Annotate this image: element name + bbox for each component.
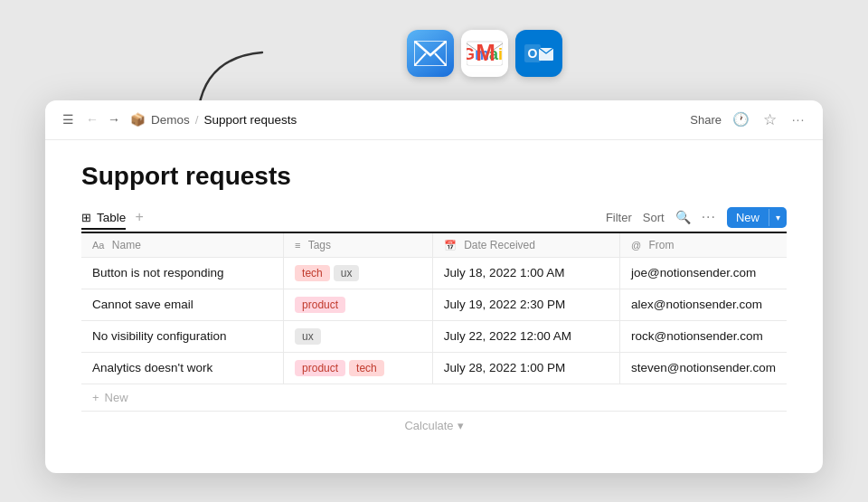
db-more-button[interactable]: ···: [702, 209, 716, 225]
new-button[interactable]: New ▾: [727, 207, 787, 228]
breadcrumb-parent[interactable]: Demos: [151, 113, 190, 127]
outlook-icon: O: [515, 30, 562, 77]
star-button[interactable]: ☆: [760, 109, 779, 129]
svg-line-1: [414, 53, 426, 66]
clock-button[interactable]: 🕐: [731, 109, 750, 129]
add-new-row-button[interactable]: + New: [81, 384, 787, 412]
menu-icon[interactable]: ☰: [60, 111, 76, 128]
cell-name: Cannot save email: [81, 289, 284, 320]
forward-button[interactable]: →: [105, 110, 123, 128]
tag-badge[interactable]: ux: [334, 265, 360, 281]
titlebar-actions: Share 🕐 ☆ ···: [690, 109, 808, 129]
tag-badge[interactable]: ux: [295, 328, 321, 345]
table-row[interactable]: Button is not respondingtechuxJuly 18, 2…: [81, 257, 787, 289]
cell-from: joe@notionsender.com: [619, 257, 787, 289]
nav-buttons: ← →: [83, 110, 123, 128]
table-row[interactable]: Cannot save emailproductJuly 19, 2022 2:…: [81, 289, 787, 320]
cell-tags: ux: [284, 320, 433, 352]
tags-col-icon: ≡: [295, 240, 300, 251]
database-actions: Filter Sort 🔍 ··· New ▾: [606, 207, 787, 228]
cell-from: rock@notionsender.com: [619, 320, 787, 352]
name-col-label: Name: [112, 239, 141, 251]
breadcrumb-emoji: 📦: [130, 112, 146, 127]
page-title: Support requests: [81, 162, 787, 191]
add-icon: +: [92, 391, 99, 404]
cell-date: July 28, 2022 1:00 PM: [432, 352, 619, 384]
titlebar: ☰ ← → 📦 Demos / Support requests Share 🕐…: [45, 100, 823, 140]
cell-tags: producttech: [284, 352, 433, 384]
cell-tags: product: [284, 289, 433, 320]
share-button[interactable]: Share: [690, 113, 722, 127]
database-table: Aa Name ≡ Tags 📅 Date Received: [81, 233, 787, 473]
cell-date: July 22, 2022 12:00 AM: [432, 320, 619, 352]
cell-from: alex@notionsender.com: [619, 289, 787, 320]
tag-badge[interactable]: product: [295, 360, 345, 376]
cell-tags: techux: [284, 257, 433, 289]
tag-badge[interactable]: tech: [295, 265, 330, 281]
table-icon: ⊞: [81, 211, 91, 224]
column-header-date[interactable]: 📅 Date Received: [432, 233, 619, 258]
back-button[interactable]: ←: [83, 110, 101, 128]
from-col-icon: @: [631, 240, 641, 251]
page-content: Support requests ⊞ Table + Filter Sort 🔍…: [45, 140, 823, 473]
tag-badge[interactable]: product: [295, 297, 345, 313]
cell-date: July 18, 2022 1:00 AM: [432, 257, 619, 289]
filter-button[interactable]: Filter: [606, 211, 632, 224]
sort-button[interactable]: Sort: [643, 211, 665, 224]
table-view-tab[interactable]: ⊞ Table: [81, 211, 126, 230]
table-header-row: Aa Name ≡ Tags 📅 Date Received: [81, 233, 787, 258]
svg-text:O: O: [528, 46, 538, 61]
notion-window: ☰ ← → 📦 Demos / Support requests Share 🕐…: [45, 100, 823, 473]
table-row[interactable]: No visibility configurationuxJuly 22, 20…: [81, 320, 787, 352]
search-button[interactable]: 🔍: [675, 210, 691, 224]
gmail-icon: Gmail M: [461, 30, 508, 77]
svg-line-2: [435, 53, 447, 66]
breadcrumb: 📦 Demos / Support requests: [130, 112, 683, 127]
tag-badge[interactable]: tech: [349, 360, 384, 376]
tags-col-label: Tags: [308, 239, 331, 251]
cell-from: steven@notionsender.com: [619, 352, 787, 384]
date-col-label: Date Received: [464, 239, 535, 251]
breadcrumb-separator: /: [195, 113, 199, 127]
cell-name: Analytics doesn't work: [81, 352, 284, 384]
column-header-from[interactable]: @ From: [619, 233, 787, 258]
calculate-label: Calculate: [404, 419, 453, 432]
calculate-caret: ▾: [458, 419, 464, 432]
breadcrumb-current: Support requests: [204, 113, 297, 127]
name-col-icon: Aa: [92, 240, 104, 251]
new-button-caret[interactable]: ▾: [769, 209, 787, 226]
add-new-label: New: [105, 391, 128, 404]
new-button-label: New: [727, 207, 769, 228]
table-row[interactable]: Analytics doesn't workproducttechJuly 28…: [81, 352, 787, 384]
calculate-row[interactable]: Calculate ▾: [81, 412, 787, 440]
column-header-name[interactable]: Aa Name: [81, 233, 284, 258]
cell-name: No visibility configuration: [81, 320, 284, 352]
view-tab-label: Table: [97, 211, 126, 224]
add-view-button[interactable]: +: [129, 207, 149, 227]
column-header-tags[interactable]: ≡ Tags: [284, 233, 433, 258]
from-col-label: From: [648, 239, 674, 251]
more-options-button[interactable]: ···: [788, 109, 808, 129]
email-apps-icons: Gmail M O: [407, 30, 562, 77]
cell-date: July 19, 2022 2:30 PM: [432, 289, 619, 320]
date-col-icon: 📅: [444, 240, 457, 251]
cell-name: Button is not responding: [81, 257, 284, 289]
apple-mail-icon: [407, 30, 454, 77]
database-toolbar: ⊞ Table + Filter Sort 🔍 ··· New ▾: [81, 207, 787, 233]
